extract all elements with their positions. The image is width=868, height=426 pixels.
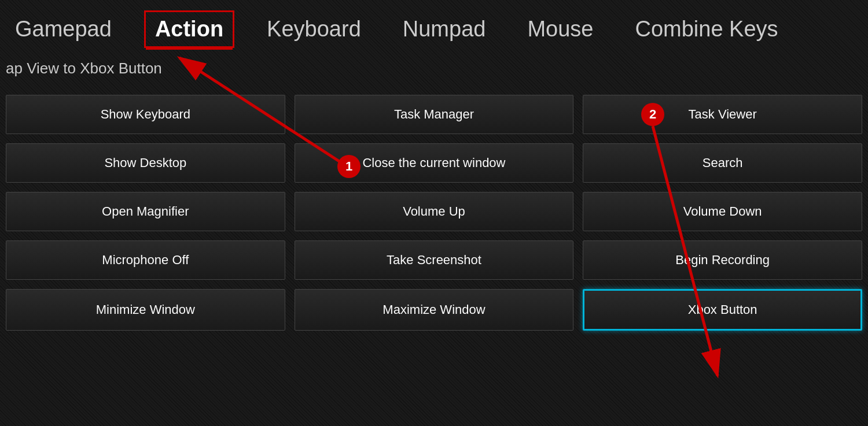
show-keyboard-button[interactable]: Show Keyboard	[6, 95, 285, 134]
take-screenshot-button[interactable]: Take Screenshot	[295, 240, 574, 280]
nav-tab-keyboard[interactable]: Keyboard	[258, 12, 370, 46]
task-manager-button[interactable]: Task Manager	[295, 95, 574, 134]
close-window-button[interactable]: Close the current window	[295, 143, 574, 183]
minimize-window-button[interactable]: Minimize Window	[6, 289, 285, 331]
nav-tab-numpad[interactable]: Numpad	[393, 12, 495, 46]
nav-tab-combine-keys[interactable]: Combine Keys	[626, 12, 787, 46]
action-grid: Show KeyboardTask ManagerTask ViewerShow…	[0, 95, 868, 331]
nav-tab-action[interactable]: Action	[144, 10, 234, 48]
show-desktop-button[interactable]: Show Desktop	[6, 143, 285, 183]
subtitle: ap View to Xbox Button	[0, 48, 868, 95]
xbox-button-button[interactable]: Xbox Button	[583, 289, 862, 331]
open-magnifier-button[interactable]: Open Magnifier	[6, 192, 285, 231]
volume-down-button[interactable]: Volume Down	[583, 192, 862, 231]
nav-tab-gamepad[interactable]: Gamepad	[6, 12, 121, 46]
maximize-window-button[interactable]: Maximize Window	[295, 289, 574, 331]
volume-up-button[interactable]: Volume Up	[295, 192, 574, 231]
search-button[interactable]: Search	[583, 143, 862, 183]
task-viewer-button[interactable]: Task Viewer	[583, 95, 862, 134]
begin-recording-button[interactable]: Begin Recording	[583, 240, 862, 280]
microphone-off-button[interactable]: Microphone Off	[6, 240, 285, 280]
nav-tab-mouse[interactable]: Mouse	[518, 12, 602, 46]
nav-tabs: GamepadActionKeyboardNumpadMouseCombine …	[0, 0, 868, 48]
